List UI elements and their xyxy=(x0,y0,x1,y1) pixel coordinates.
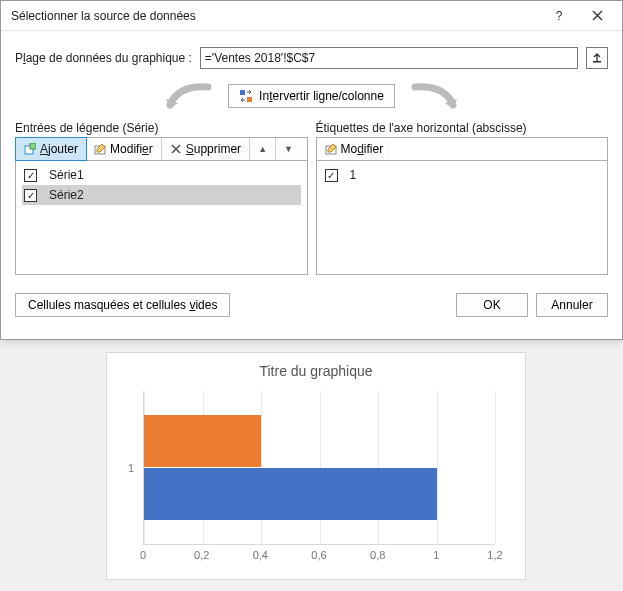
axis-labels-label: Étiquettes de l'axe horizontal (abscisse… xyxy=(316,121,609,135)
close-button[interactable] xyxy=(578,2,616,30)
move-down-button[interactable]: ▼ xyxy=(276,138,301,160)
switch-icon xyxy=(239,89,253,103)
chart-x-tick: 0,8 xyxy=(370,549,385,561)
category-list-item[interactable]: ✓1 xyxy=(323,165,602,185)
axis-toolbar: Modifier xyxy=(316,137,609,161)
legend-toolbar: Ajouter Modifier Supprimer ▲ ▼ xyxy=(15,137,308,161)
add-series-button[interactable]: Ajouter xyxy=(15,137,87,161)
checkbox[interactable]: ✓ xyxy=(24,189,37,202)
checkbox[interactable]: ✓ xyxy=(325,169,338,182)
svg-rect-0 xyxy=(593,61,601,63)
checkbox[interactable]: ✓ xyxy=(24,169,37,182)
chart-plot-area[interactable]: 1 xyxy=(143,391,495,545)
axis-labels-panel: Étiquettes de l'axe horizontal (abscisse… xyxy=(316,121,609,275)
series-list[interactable]: ✓Série1✓Série2 xyxy=(15,161,308,275)
edit-icon xyxy=(94,143,106,155)
close-icon xyxy=(592,10,603,21)
move-up-button[interactable]: ▲ xyxy=(250,138,276,160)
chart-x-axis: 00,20,40,60,811,2 xyxy=(143,549,495,565)
arrow-right-icon xyxy=(405,81,465,111)
series-list-item[interactable]: ✓Série2 xyxy=(22,185,301,205)
chart-x-tick: 0,4 xyxy=(253,549,268,561)
titlebar: Sélectionner la source de données ? xyxy=(1,1,622,31)
chart-preview[interactable]: Titre du graphique 1 00,20,40,60,811,2 xyxy=(106,352,526,580)
svg-rect-4 xyxy=(30,143,36,149)
cancel-button[interactable]: Annuler xyxy=(536,293,608,317)
remove-series-button[interactable]: Supprimer xyxy=(162,138,250,160)
category-list[interactable]: ✓1 xyxy=(316,161,609,275)
series-item-label: Série1 xyxy=(49,168,84,182)
chart-data-range-row: Plage de données du graphique : xyxy=(15,47,608,69)
chart-x-tick: 0,6 xyxy=(311,549,326,561)
select-data-source-dialog: Sélectionner la source de données ? Plag… xyxy=(0,0,623,340)
add-icon xyxy=(24,143,36,155)
switch-row-column-row: Intervertir ligne/colonne xyxy=(15,81,608,111)
svg-rect-1 xyxy=(240,90,245,95)
arrow-left-icon xyxy=(158,81,218,111)
remove-icon xyxy=(170,143,182,155)
legend-entries-label: Entrées de légende (Série) xyxy=(15,121,308,135)
chart-data-range-label: Plage de données du graphique : xyxy=(15,51,192,65)
edit-icon xyxy=(325,143,337,155)
chart-bar-series1[interactable] xyxy=(144,468,437,520)
switch-row-column-button[interactable]: Intervertir ligne/colonne xyxy=(228,84,395,108)
range-picker-button[interactable] xyxy=(586,47,608,69)
dialog-footer: Cellules masquées et cellules vides OK A… xyxy=(1,285,622,329)
chart-x-tick: 0 xyxy=(140,549,146,561)
svg-rect-2 xyxy=(247,97,252,102)
legend-entries-panel: Entrées de légende (Série) Ajouter Modif… xyxy=(15,121,308,275)
chart-y-tick: 1 xyxy=(128,462,134,474)
chart-x-tick: 1,2 xyxy=(487,549,502,561)
series-item-label: Série2 xyxy=(49,188,84,202)
ok-button[interactable]: OK xyxy=(456,293,528,317)
collapse-icon xyxy=(591,52,603,64)
edit-axis-labels-button[interactable]: Modifier xyxy=(317,138,392,160)
chart-bar-series2[interactable] xyxy=(144,415,261,467)
category-item-label: 1 xyxy=(350,168,357,182)
edit-series-button[interactable]: Modifier xyxy=(86,138,162,160)
chart-title[interactable]: Titre du graphique xyxy=(107,353,525,385)
chart-data-range-input[interactable] xyxy=(200,47,578,69)
chart-x-tick: 0,2 xyxy=(194,549,209,561)
help-button[interactable]: ? xyxy=(540,2,578,30)
series-list-item[interactable]: ✓Série1 xyxy=(22,165,301,185)
hidden-empty-cells-button[interactable]: Cellules masquées et cellules vides xyxy=(15,293,230,317)
chart-x-tick: 1 xyxy=(433,549,439,561)
dialog-title: Sélectionner la source de données xyxy=(11,9,540,23)
